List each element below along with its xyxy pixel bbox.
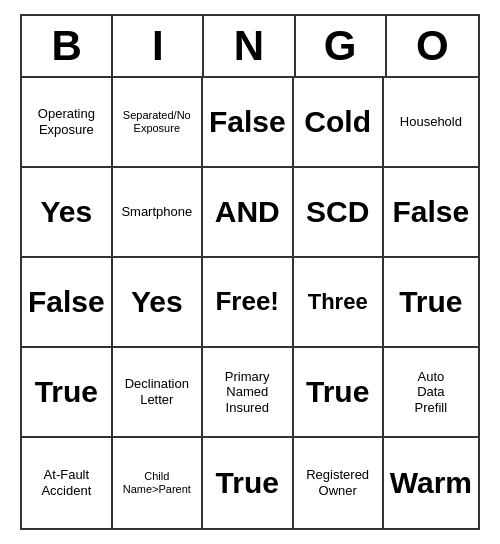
bingo-cell: False [22,258,113,348]
cell-text: Child Name>Parent [123,470,191,496]
header-letter: O [387,16,478,76]
cell-text: Three [308,289,368,315]
cell-text: Free! [215,286,279,317]
cell-text: Declination Letter [125,376,189,407]
bingo-cell: True [203,438,294,528]
header-letter: N [204,16,295,76]
bingo-cell: Yes [22,168,113,258]
cell-text: Operating Exposure [38,106,95,137]
bingo-cell: Smartphone [113,168,203,258]
header-letter: G [296,16,387,76]
bingo-grid: Operating ExposureSeparated/No ExposureF… [22,78,478,528]
cell-text: SCD [306,194,369,230]
cell-text: AND [215,194,280,230]
cell-text: Primary Named Insured [225,369,270,416]
bingo-cell: True [294,348,384,438]
cell-text: At-Fault Accident [41,467,91,498]
bingo-cell: Household [384,78,478,168]
cell-text: True [306,374,369,410]
bingo-cell: Registered Owner [294,438,384,528]
bingo-cell: Declination Letter [113,348,203,438]
cell-text: Registered Owner [306,467,369,498]
header-letter: B [22,16,113,76]
bingo-cell: At-Fault Accident [22,438,113,528]
cell-text: True [216,465,279,501]
bingo-cell: Warm [384,438,478,528]
cell-text: Household [400,114,462,130]
bingo-card: BINGO Operating ExposureSeparated/No Exp… [20,14,480,530]
cell-text: False [209,104,286,140]
header-letter: I [113,16,204,76]
bingo-cell: AND [203,168,294,258]
bingo-cell: Operating Exposure [22,78,113,168]
cell-text: Auto Data Prefill [415,369,448,416]
cell-text: True [399,284,462,320]
bingo-cell: SCD [294,168,384,258]
bingo-cell: False [384,168,478,258]
bingo-cell: Separated/No Exposure [113,78,203,168]
cell-text: False [393,194,470,230]
cell-text: Yes [131,284,183,320]
bingo-cell: False [203,78,294,168]
cell-text: Yes [40,194,92,230]
cell-text: Smartphone [121,204,192,220]
bingo-cell: True [384,258,478,348]
cell-text: Cold [304,104,371,140]
bingo-cell: True [22,348,113,438]
cell-text: Warm [390,465,472,501]
bingo-cell: Primary Named Insured [203,348,294,438]
bingo-cell: Yes [113,258,203,348]
bingo-cell: Free! [203,258,294,348]
bingo-cell: Cold [294,78,384,168]
bingo-cell: Three [294,258,384,348]
bingo-header: BINGO [22,16,478,78]
cell-text: Separated/No Exposure [123,109,191,135]
bingo-cell: Child Name>Parent [113,438,203,528]
cell-text: False [28,284,105,320]
bingo-cell: Auto Data Prefill [384,348,478,438]
cell-text: True [35,374,98,410]
